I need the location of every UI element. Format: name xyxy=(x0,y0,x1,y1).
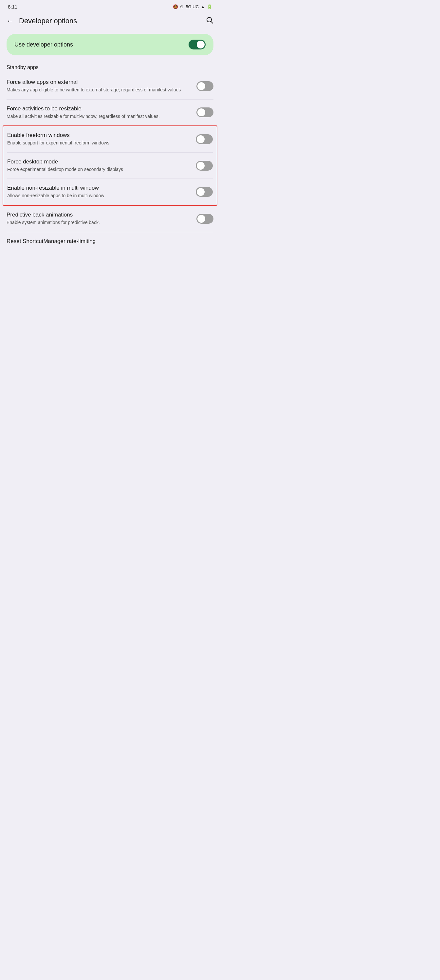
toggle-knob-force-allow xyxy=(197,82,205,90)
toggle-knob-force-resizable xyxy=(197,108,205,116)
back-button[interactable]: ← xyxy=(6,17,14,25)
setting-force-desktop: Force desktop mode Force experimental de… xyxy=(7,153,213,179)
toggle-knob xyxy=(197,41,205,48)
setting-desc-force-resizable: Make all activities resizable for multi-… xyxy=(6,113,191,120)
toggle-knob-desktop xyxy=(197,162,205,170)
svg-line-1 xyxy=(211,22,213,24)
setting-desc-force-allow: Makes any app eligible to be written to … xyxy=(6,87,191,93)
developer-options-label: Use developer options xyxy=(14,41,73,48)
developer-options-banner: Use developer options xyxy=(6,34,213,56)
status-time: 8:11 xyxy=(8,4,17,10)
status-icons: 🔕 ⊖ 5G UC ▲ 🔋 xyxy=(173,4,212,9)
status-bar: 8:11 🔕 ⊖ 5G UC ▲ 🔋 xyxy=(0,0,220,12)
developer-options-toggle[interactable] xyxy=(189,40,206,49)
setting-title-enable-freeform: Enable freeform windows xyxy=(7,132,191,138)
toggle-force-allow[interactable] xyxy=(197,81,213,91)
setting-desc-force-desktop: Force experimental desktop mode on secon… xyxy=(7,166,191,173)
setting-reset-shortcut: Reset ShortcutManager rate-limiting xyxy=(6,232,213,252)
battery-icon: 🔋 xyxy=(207,4,212,9)
setting-predictive-back: Predictive back animations Enable system… xyxy=(6,206,213,232)
search-button[interactable] xyxy=(206,16,213,26)
dnd-icon: ⊖ xyxy=(180,4,184,9)
toggle-force-desktop[interactable] xyxy=(196,161,213,171)
signal-icon: ▲ xyxy=(201,4,205,9)
toggle-enable-freeform[interactable] xyxy=(196,134,213,144)
setting-force-resizable: Force activities to be resizable Make al… xyxy=(6,100,213,126)
setting-title-reset-shortcut: Reset ShortcutManager rate-limiting xyxy=(6,238,208,245)
highlighted-section: Enable freeform windows Enable support f… xyxy=(3,126,218,206)
page-title: Developer options xyxy=(19,17,206,25)
setting-desc-enable-freeform: Enable support for experimental freeform… xyxy=(7,140,191,146)
toggle-knob-non-resizable xyxy=(197,188,205,196)
setting-text-predictive-back: Predictive back animations Enable system… xyxy=(6,212,191,226)
toggle-predictive-back[interactable] xyxy=(197,214,213,224)
toggle-force-resizable[interactable] xyxy=(197,107,213,117)
setting-text-enable-freeform: Enable freeform windows Enable support f… xyxy=(7,132,191,146)
setting-title-force-resizable: Force activities to be resizable xyxy=(6,105,191,112)
setting-text-reset-shortcut: Reset ShortcutManager rate-limiting xyxy=(6,238,208,246)
setting-title-enable-non-resizable: Enable non-resizable in multi window xyxy=(7,185,191,191)
setting-force-allow: Force allow apps on external Makes any a… xyxy=(6,73,213,100)
bottom-settings-list: Predictive back animations Enable system… xyxy=(0,206,220,252)
setting-enable-non-resizable: Enable non-resizable in multi window All… xyxy=(7,179,213,205)
setting-text-force-desktop: Force desktop mode Force experimental de… xyxy=(7,159,191,173)
toggle-knob-predictive xyxy=(197,215,205,223)
setting-text-enable-non-resizable: Enable non-resizable in multi window All… xyxy=(7,185,191,199)
setting-desc-enable-non-resizable: Allows non-resizable apps to be in multi… xyxy=(7,192,191,199)
toggle-knob-freeform xyxy=(197,135,205,143)
network-label: 5G UC xyxy=(186,4,199,9)
setting-text-force-allow: Force allow apps on external Makes any a… xyxy=(6,79,191,93)
setting-text-force-resizable: Force activities to be resizable Make al… xyxy=(6,105,191,120)
setting-title-predictive-back: Predictive back animations xyxy=(6,212,191,218)
section-header-standby: Standby apps xyxy=(0,59,220,73)
settings-list: Force allow apps on external Makes any a… xyxy=(0,73,220,126)
toolbar: ← Developer options xyxy=(0,12,220,30)
setting-title-force-desktop: Force desktop mode xyxy=(7,159,191,165)
setting-enable-freeform: Enable freeform windows Enable support f… xyxy=(7,126,213,153)
mute-icon: 🔕 xyxy=(173,4,178,9)
setting-desc-predictive-back: Enable system animations for predictive … xyxy=(6,220,191,226)
setting-title-force-allow: Force allow apps on external xyxy=(6,79,191,86)
toggle-enable-non-resizable[interactable] xyxy=(196,187,213,197)
